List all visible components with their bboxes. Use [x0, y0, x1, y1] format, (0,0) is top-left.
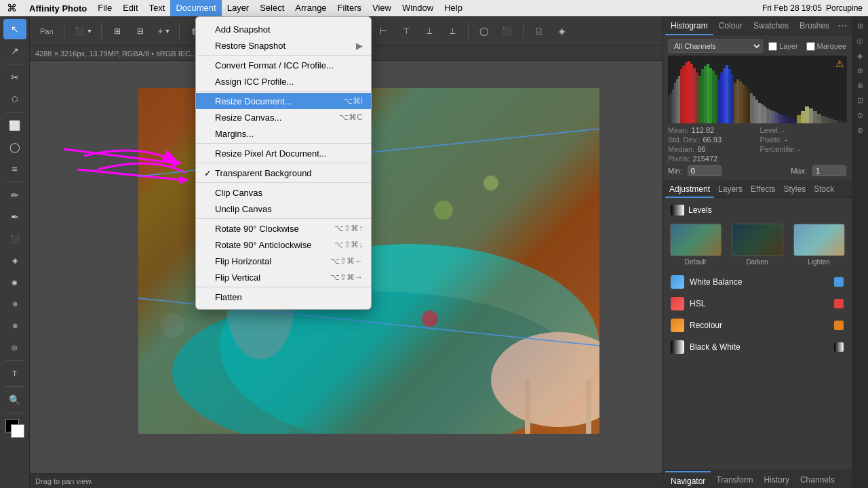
far-right-btn-2[interactable]: ◎ — [853, 34, 867, 47]
tab-effects[interactable]: Effects — [747, 180, 779, 198]
panel-tabs-more[interactable]: ⋯ — [835, 20, 850, 31]
tool-sharpen[interactable]: ◉ — [3, 272, 26, 292]
apple-menu[interactable]: ⌘ — [0, 2, 24, 14]
menu-layer[interactable]: Layer — [222, 0, 255, 16]
align-right-btn[interactable]: ⊢ — [373, 21, 393, 41]
toolbar-sep-7 — [468, 23, 469, 39]
menu-resize-document[interactable]: Resize Document... ⌥⌘I — [196, 93, 371, 109]
tool-zoom[interactable]: 🔍 — [3, 390, 26, 410]
menu-document[interactable]: Document — [170, 0, 221, 16]
adj-hsl[interactable]: HSL — [667, 293, 848, 314]
max-input[interactable] — [812, 165, 846, 176]
thumb-default[interactable]: Default — [667, 224, 724, 266]
tab-stock[interactable]: Stock — [810, 180, 838, 198]
tab-history[interactable]: History — [759, 471, 795, 489]
svg-rect-29 — [685, 62, 688, 123]
tool-selection-rect[interactable]: ⬜ — [3, 115, 26, 136]
menu-arrange[interactable]: Arrange — [290, 0, 332, 16]
square-fill-btn[interactable]: ⬛ — [497, 21, 517, 41]
tool-paint-brush[interactable]: ✏ — [3, 185, 26, 205]
menu-resize-pixel-art[interactable]: Resize Pixel Art Document... — [196, 145, 371, 161]
tab-navigator[interactable]: Navigator — [665, 471, 711, 489]
far-right-btn-6[interactable]: ⊡ — [853, 94, 867, 107]
menu-view[interactable]: View — [367, 0, 397, 16]
align-top-btn[interactable]: ⊤ — [396, 21, 416, 41]
menu-file[interactable]: File — [92, 0, 117, 16]
far-right-btn-1[interactable]: ⊞ — [853, 19, 867, 33]
menu-add-snapshot[interactable]: Add Snapshot — [196, 21, 371, 37]
tool-node[interactable]: ↗ — [3, 41, 26, 61]
resize-canvas-label: Resize Canvas... — [215, 113, 339, 123]
grid-btn[interactable]: ⊞ — [107, 21, 127, 41]
channel-select[interactable]: All Channels Red Green Blue Alpha — [668, 39, 763, 53]
tab-histogram[interactable]: Histogram — [665, 16, 713, 35]
tool-clone[interactable]: ⊕ — [3, 293, 26, 314]
marquee-check-label[interactable]: Marquee — [806, 42, 846, 51]
toolbar-sep-1 — [64, 23, 64, 39]
menu-filters[interactable]: Filters — [332, 0, 367, 16]
min-input[interactable] — [688, 165, 722, 176]
menu-flatten[interactable]: Flatten — [196, 289, 371, 305]
menu-flip-h[interactable]: Flip Horizontal ⌥⇧⌘← — [196, 253, 371, 269]
far-right-btn-3[interactable]: ◈ — [853, 49, 867, 62]
tool-pixel-brush[interactable]: ✒ — [3, 207, 26, 227]
brush-color-btn[interactable]: ⌺ — [529, 21, 549, 41]
snapping-btn[interactable]: ⌖▼ — [153, 21, 174, 41]
thumb-lighten[interactable]: Lighten — [790, 224, 848, 266]
align-bottom-btn[interactable]: ⊥ — [442, 21, 462, 41]
tab-brushes[interactable]: Brushes — [794, 16, 835, 35]
menu-assign-icc[interactable]: Assign ICC Profile... — [196, 73, 371, 89]
tab-adjustment[interactable]: Adjustment — [665, 180, 714, 198]
tool-crop[interactable]: ✂ — [3, 67, 26, 87]
far-right-btn-8[interactable]: ⊚ — [853, 123, 867, 137]
menu-resize-canvas[interactable]: Resize Canvas... ⌥⌘C — [196, 109, 371, 125]
align-middle-btn[interactable]: ⊥ — [419, 21, 439, 41]
menu-window[interactable]: Window — [397, 0, 439, 16]
tab-styles[interactable]: Styles — [780, 180, 810, 198]
menu-edit[interactable]: Edit — [117, 0, 143, 16]
menu-margins[interactable]: Margins... — [196, 125, 371, 142]
svg-rect-61 — [772, 111, 775, 123]
tool-move[interactable]: ↖ — [3, 19, 26, 39]
layer-checkbox[interactable] — [768, 42, 777, 51]
menu-text[interactable]: Text — [144, 0, 171, 16]
tool-lasso[interactable]: ≋ — [3, 159, 26, 179]
circle-outline-btn[interactable]: ◯ — [474, 21, 494, 41]
layer-check-label[interactable]: Layer — [768, 42, 798, 51]
adj-recolour[interactable]: Recolour — [667, 314, 848, 336]
menu-transparent-bg[interactable]: ✓ Transparent Background — [196, 165, 371, 181]
adj-white-balance[interactable]: White Balance — [667, 271, 848, 293]
menu-help[interactable]: Help — [439, 0, 468, 16]
menu-select[interactable]: Select — [254, 0, 290, 16]
tab-swatches[interactable]: Swatches — [748, 16, 794, 35]
tool-blemish[interactable]: ⊗ — [3, 315, 26, 336]
blend-mode-btn[interactable]: ◈ — [552, 21, 572, 41]
tab-channels[interactable]: Channels — [795, 471, 840, 489]
marquee-checkbox[interactable] — [806, 42, 815, 51]
tool-text[interactable]: T — [3, 363, 26, 384]
tab-transform[interactable]: Transform — [711, 471, 758, 489]
tool-erase[interactable]: ⬛ — [3, 228, 26, 249]
shape-tool-btn[interactable]: ⬛▼ — [70, 21, 96, 41]
tab-colour[interactable]: Colour — [713, 16, 748, 35]
guides-btn[interactable]: ⊟ — [130, 21, 151, 41]
menu-rotate-cw[interactable]: Rotate 90° Clockwise ⌥⇧⌘↑ — [196, 220, 371, 237]
far-right-btn-7[interactable]: ⊙ — [853, 108, 867, 122]
adj-black-white[interactable]: Black & White — [667, 336, 848, 358]
far-right-btn-4[interactable]: ⊕ — [853, 64, 867, 77]
background-color[interactable] — [11, 424, 24, 438]
menu-flip-v[interactable]: Flip Vertical ⌥⇧⌘→ — [196, 269, 371, 285]
menu-unclip-canvas[interactable]: Unclip Canvas — [196, 201, 371, 217]
color-swatches[interactable] — [5, 419, 24, 438]
thumb-darken[interactable]: Darken — [728, 224, 786, 266]
tool-straighten[interactable]: ⬡ — [3, 89, 26, 109]
menu-restore-snapshot[interactable]: Restore Snapshot ▶ — [196, 37, 371, 54]
far-right-btn-5[interactable]: ⊗ — [853, 79, 867, 92]
tab-layers[interactable]: Layers — [714, 180, 747, 198]
tool-dodge[interactable]: ◈ — [3, 250, 26, 270]
tool-red-eye[interactable]: ◎ — [3, 337, 26, 357]
menu-rotate-ccw[interactable]: Rotate 90° Anticlockwise ⌥⇧⌘↓ — [196, 237, 371, 253]
menu-convert-format[interactable]: Convert Format / ICC Profile... — [196, 57, 371, 73]
tool-selection-ellipse[interactable]: ◯ — [3, 137, 26, 157]
menu-clip-canvas[interactable]: Clip Canvas — [196, 184, 371, 201]
